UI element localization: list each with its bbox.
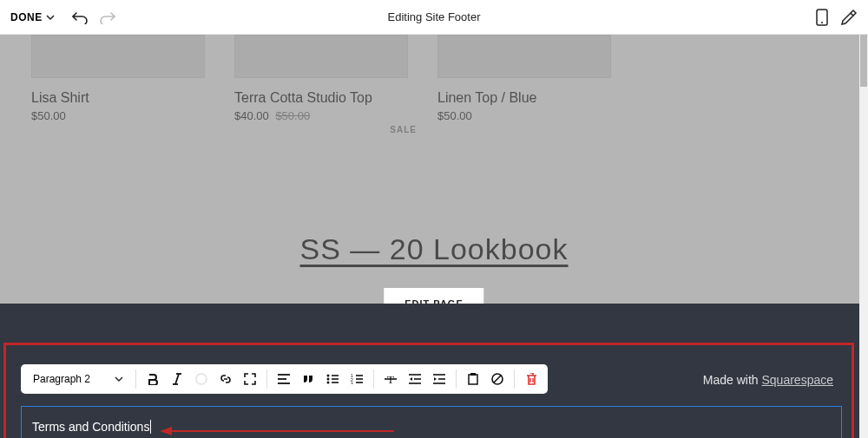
bold-button[interactable]: [141, 368, 164, 390]
bullet-list-button[interactable]: [321, 368, 344, 390]
svg-line-32: [494, 376, 501, 382]
indent-button[interactable]: [428, 368, 450, 390]
clear-format-button[interactable]: [486, 368, 509, 390]
undo-button[interactable]: [72, 10, 88, 24]
done-button[interactable]: DONE: [10, 11, 55, 23]
squarespace-link[interactable]: Squarespace: [761, 373, 833, 387]
svg-point-10: [327, 378, 330, 381]
align-button[interactable]: [273, 368, 295, 390]
scrollbar-thumb[interactable]: [860, 35, 867, 87]
link-button[interactable]: [214, 368, 237, 390]
credit-prefix: Made with: [703, 373, 762, 387]
format-dropdown[interactable]: Paragraph 2: [26, 373, 130, 385]
svg-point-9: [327, 375, 330, 377]
done-label: DONE: [10, 11, 43, 23]
editor-topbar: DONE Editing Site Footer: [0, 0, 868, 35]
italic-button[interactable]: [166, 368, 188, 390]
editor-canvas: Lisa Shirt $50.00 Terra Cotta Studio Top…: [0, 35, 868, 438]
redo-button[interactable]: [100, 10, 115, 24]
svg-text:3: 3: [351, 382, 353, 384]
outdent-button[interactable]: [404, 368, 426, 390]
svg-line-2: [175, 374, 179, 384]
paste-button[interactable]: [462, 368, 484, 390]
svg-rect-29: [469, 375, 477, 384]
footer-credit: Made with Squarespace: [703, 373, 833, 387]
color-button[interactable]: [190, 368, 213, 390]
svg-point-11: [327, 382, 330, 384]
svg-point-5: [196, 374, 207, 384]
delete-button[interactable]: [520, 368, 542, 390]
strikethrough-button[interactable]: T: [379, 368, 402, 390]
chevron-down-icon: [46, 13, 55, 22]
quote-button[interactable]: [297, 368, 319, 390]
chevron-down-icon: [115, 375, 123, 383]
expand-button[interactable]: [239, 368, 261, 390]
brush-button[interactable]: [840, 9, 858, 26]
svg-point-1: [821, 22, 823, 23]
format-label: Paragraph 2: [33, 373, 90, 385]
text-input-value: Terms and Conditions: [32, 420, 149, 434]
text-toolbar: Paragraph 2 123 T: [21, 364, 548, 394]
scrollbar[interactable]: [859, 35, 868, 438]
svg-rect-30: [470, 373, 476, 376]
page-title: Editing Site Footer: [388, 10, 481, 23]
number-list-button[interactable]: 123: [345, 368, 368, 390]
text-caret: [150, 420, 151, 434]
footer-text-input[interactable]: Terms and Conditions: [21, 406, 842, 438]
mobile-preview-button[interactable]: [816, 9, 828, 26]
